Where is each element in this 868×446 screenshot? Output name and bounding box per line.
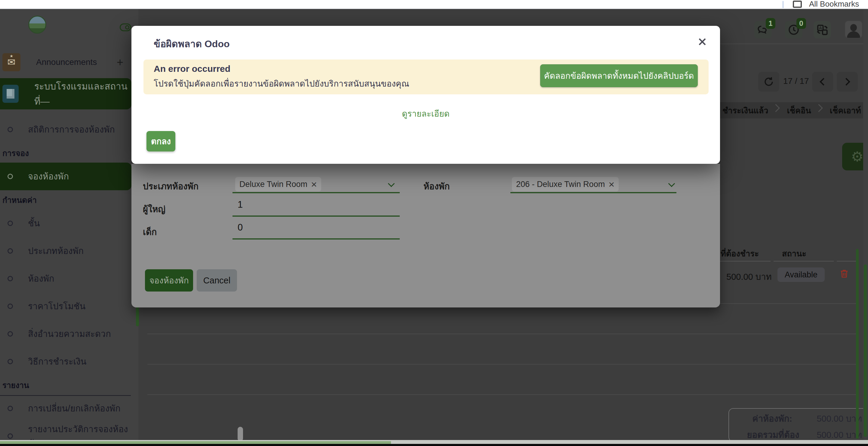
remove-tag-icon[interactable]: × (609, 179, 615, 189)
inner-scrollbar-thumb[interactable] (238, 427, 243, 440)
statusbar-step[interactable]: เช็คเอาท์ (830, 104, 861, 117)
remove-tag-icon[interactable]: × (311, 179, 317, 189)
sidebar-menu-item[interactable]: สิ่งอำนวยความสะดวก (0, 320, 138, 348)
room-type-label: ประเภทห้องพัก (143, 179, 198, 193)
status-badge: Available (777, 268, 825, 282)
sidebar-menu-item-label: สิ่งอำนวยความสะดวก (28, 327, 111, 341)
sidebar-menu-item[interactable]: การเปลี่ยน/ยกเลิกห้องพัก (0, 394, 138, 422)
copy-error-button[interactable]: คัดลอกข้อผิดพลาดทั้งหมดไปยังคลิปบอร์ด (540, 64, 698, 87)
sidebar-menu-item-label: กำหนดค่า (2, 194, 37, 206)
radio-bullet-icon (7, 331, 13, 337)
language-button[interactable]: A (813, 21, 831, 38)
children-input[interactable]: 0 (238, 222, 243, 233)
refresh-button[interactable] (758, 72, 779, 92)
sidebar-menu-item[interactable]: รายงาน (0, 375, 138, 394)
sidebar-menu-item-label: ชั้น (28, 216, 40, 230)
totals-row: ยอดรวมที่ต้องชำระ: 500.00 บาท (732, 428, 862, 440)
delete-line-button[interactable] (839, 268, 849, 280)
sidebar-menu-item[interactable]: วิธีการชำระเงิน (0, 348, 138, 375)
chevron-down-icon[interactable] (668, 180, 675, 187)
sidebar-menu-item-label: รายงาน (2, 379, 29, 391)
sidebar-menu-item[interactable]: ประเภทห้องพัก (0, 237, 138, 265)
see-details-link[interactable]: ดูรายละเอียด (131, 107, 720, 120)
messages-button[interactable]: 1 (754, 21, 772, 38)
cancel-button[interactable]: Cancel (197, 269, 237, 291)
sidebar-item-hotel-app[interactable]: ระบบโรงแรมและสถานที่— (0, 78, 131, 109)
sidebar-menu-item[interactable]: รายงานประวัติการจองห้องพัก (0, 422, 138, 440)
sidebar-collapse-toggle[interactable] (120, 24, 131, 31)
radio-bullet-icon (7, 174, 13, 179)
sidebar-menu-item[interactable]: ราคาโปรโมชัน (0, 293, 138, 320)
totals-panel: ค่าห้องพัก: 500.00 บาท ยอดรวมที่ต้องชำระ… (728, 408, 868, 440)
bottom-progress-strip (0, 441, 391, 444)
refresh-icon (763, 76, 774, 88)
pager-next-button[interactable] (837, 72, 858, 92)
sidebar-menu-item-label: รายงานประวัติการจองห้องพัก (28, 422, 138, 440)
alert-title: An error occurred (154, 64, 230, 74)
sidebar-menu-item-label: การเปลี่ยน/ยกเลิกห้องพัก (28, 402, 121, 415)
bookmarks-folder-icon[interactable] (793, 1, 802, 8)
dialog-title: ข้อผิดพลาด Odoo (154, 36, 230, 52)
statusbar-step[interactable]: ชำระเงินแล้ว (722, 104, 768, 117)
room-field-underline (510, 192, 676, 193)
sidebar-menu-item[interactable]: ห้องพัก (0, 265, 138, 293)
activities-count-badge: 0 (797, 18, 806, 29)
list-scrollbar-thumb[interactable] (856, 249, 859, 439)
totals-label: ค่าห้องพัก: (752, 412, 792, 425)
browser-scrollbar-thumb[interactable] (864, 265, 867, 437)
sidebar-menu-item[interactable]: กำหนดค่า (0, 190, 138, 209)
avatar-silhouette-icon (850, 24, 857, 31)
adults-label: ผู้ใหญ่ (143, 202, 165, 216)
sidebar-menu-item[interactable]: ชั้น (0, 209, 138, 237)
radio-bullet-icon (7, 304, 13, 309)
radio-bullet-icon (7, 359, 13, 364)
sidebar-menu-item-label: สถิติการการจองห้องพัก (28, 123, 115, 136)
sidebar: Announcements + ระบบโรงแรมและสถานที่— สถ… (0, 9, 138, 440)
status-column-header: สถานะ (782, 247, 806, 260)
sidebar-menu-item[interactable]: สถิติการการจองห้องพัก (0, 116, 138, 143)
sidebar-menu-item[interactable]: การจอง (0, 143, 138, 163)
room-type-tag[interactable]: Deluxe Twin Room × (235, 177, 321, 192)
children-label: เด็ก (143, 225, 157, 239)
room-tag[interactable]: 206 - Deluxe Twin Room × (512, 177, 619, 192)
sidebar-item-announcements[interactable]: Announcements + (0, 51, 138, 73)
odoo-error-dialog: ข้อผิดพลาด Odoo An error occurred โปรดใช… (131, 26, 720, 164)
chevron-left-icon (819, 78, 827, 85)
sidebar-menu-item-label: การจอง (2, 147, 29, 159)
statusbar-step[interactable]: เช็คอิน (787, 104, 811, 117)
book-room-button[interactable]: จองห้องพัก (145, 269, 193, 291)
radio-bullet-icon (7, 248, 13, 254)
all-bookmarks-label[interactable]: All Bookmarks (809, 0, 859, 9)
totals-row: ค่าห้องพัก: 500.00 บาท (732, 412, 862, 425)
browser-bookmarks-bar: All Bookmarks (0, 0, 868, 9)
sidebar-menu-item-label: ห้องพัก (28, 272, 54, 285)
ok-button[interactable]: ตกลง (147, 131, 175, 151)
bottom-black-bar (0, 444, 868, 446)
radio-bullet-icon (7, 220, 13, 226)
gear-icon: ⚙ (851, 148, 863, 165)
org-logo (28, 15, 46, 34)
totals-value: 500.00 บาท (792, 412, 862, 425)
translate-icon: A (816, 24, 829, 36)
chevron-down-icon[interactable] (388, 180, 395, 187)
radio-bullet-icon (7, 406, 13, 411)
activities-button[interactable]: 0 (785, 21, 802, 38)
radio-bullet-icon (7, 127, 13, 132)
radio-bullet-icon (7, 434, 13, 439)
totals-value: 500.00 บาท (799, 428, 862, 440)
add-announcement-button[interactable]: + (117, 56, 123, 69)
statusbar: ชำระเงินแล้วเช็คอินเช็คเอาท์ (714, 102, 868, 118)
user-avatar[interactable] (844, 21, 863, 38)
adults-input[interactable]: 1 (238, 199, 243, 210)
room-label: ห้องพัก (424, 179, 450, 193)
sidebar-menu-item[interactable]: จองห้องพัก (0, 163, 131, 190)
radio-bullet-icon (7, 276, 13, 281)
close-icon (698, 37, 707, 46)
sidebar-menu-item-label: ราคาโปรโมชัน (28, 299, 85, 313)
close-button[interactable] (698, 37, 707, 47)
announcements-icon (2, 53, 21, 71)
trash-icon (839, 268, 849, 279)
warning-alert: An error occurred โปรดใช้ปุ่มคัดลอกเพื่อ… (144, 60, 709, 94)
pager-previous-button[interactable] (812, 72, 833, 92)
messages-count-badge: 1 (766, 18, 775, 29)
